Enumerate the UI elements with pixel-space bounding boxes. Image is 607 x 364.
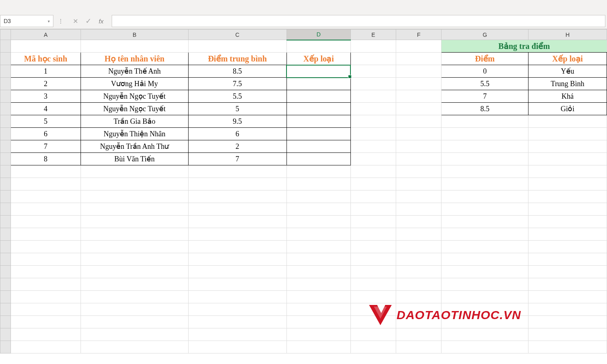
cell[interactable] <box>441 266 528 278</box>
cell[interactable] <box>188 190 287 203</box>
row-header[interactable] <box>0 65 11 78</box>
cell[interactable] <box>441 190 528 203</box>
row-header[interactable] <box>0 216 11 228</box>
select-all-corner[interactable] <box>0 30 11 40</box>
col-header-D[interactable]: D <box>287 30 350 40</box>
cell[interactable] <box>188 241 287 253</box>
cell[interactable] <box>287 278 350 291</box>
cell-name[interactable]: Nguyễn Thiện Nhân <box>81 128 188 140</box>
cell[interactable] <box>81 228 188 241</box>
col-header-B[interactable]: B <box>81 30 188 40</box>
row-header[interactable] <box>0 266 11 278</box>
col-header-E[interactable]: E <box>350 30 396 40</box>
cell-score[interactable]: 6 <box>188 128 287 140</box>
cell[interactable] <box>188 341 287 353</box>
row-header[interactable] <box>0 341 11 353</box>
cell[interactable] <box>528 216 607 228</box>
cell[interactable] <box>441 328 528 341</box>
lookup-rank[interactable]: Trung Bình <box>528 78 607 90</box>
cell[interactable] <box>350 303 396 316</box>
fx-icon[interactable]: fx <box>99 18 104 25</box>
cancel-icon[interactable]: ✕ <box>73 17 78 25</box>
cell[interactable] <box>528 190 607 203</box>
cell[interactable] <box>11 341 81 353</box>
row-header[interactable] <box>0 203 11 216</box>
lookup-rank[interactable]: Yếu <box>528 65 607 78</box>
cell-score[interactable]: 5.5 <box>188 90 287 103</box>
cell[interactable] <box>11 165 81 178</box>
row-header[interactable] <box>0 303 11 316</box>
cell[interactable] <box>287 253 350 266</box>
cell[interactable] <box>188 303 287 316</box>
cell[interactable] <box>528 341 607 353</box>
cell[interactable] <box>396 65 441 78</box>
cell-id[interactable]: 2 <box>11 78 81 90</box>
cell[interactable] <box>441 178 528 190</box>
chevron-down-icon[interactable]: ▾ <box>48 19 50 23</box>
header-ma-hoc-sinh[interactable]: Mã học sinh <box>11 53 81 65</box>
cell[interactable] <box>81 165 188 178</box>
cell[interactable] <box>396 266 441 278</box>
cell[interactable] <box>350 291 396 303</box>
col-header-C[interactable]: C <box>188 30 287 40</box>
cell[interactable] <box>396 341 441 353</box>
cell[interactable] <box>11 178 81 190</box>
cell[interactable] <box>11 228 81 241</box>
cell[interactable] <box>287 341 350 353</box>
cell[interactable] <box>350 253 396 266</box>
header-diem-tb[interactable]: Điểm trung bình <box>188 53 287 65</box>
cell[interactable] <box>81 291 188 303</box>
cell-id[interactable]: 5 <box>11 115 81 128</box>
cell[interactable] <box>350 241 396 253</box>
cell[interactable] <box>528 178 607 190</box>
cell-score[interactable]: 8.5 <box>188 65 287 78</box>
cell[interactable] <box>287 190 350 203</box>
cell[interactable] <box>396 303 441 316</box>
cell[interactable] <box>350 78 396 90</box>
cell[interactable] <box>528 203 607 216</box>
cell-name[interactable]: Nguyễn Ngọc Tuyết <box>81 90 188 103</box>
cell[interactable] <box>528 128 607 140</box>
row-header[interactable] <box>0 190 11 203</box>
cell-rank[interactable] <box>287 90 350 103</box>
cell[interactable] <box>188 328 287 341</box>
header-xep-loai[interactable]: Xếp loại <box>287 53 350 65</box>
cell[interactable] <box>11 266 81 278</box>
cell[interactable] <box>81 178 188 190</box>
cell[interactable] <box>396 78 441 90</box>
cell[interactable] <box>528 115 607 128</box>
cell[interactable] <box>11 278 81 291</box>
cell-score[interactable]: 7 <box>188 153 287 165</box>
cell[interactable] <box>81 266 188 278</box>
cell[interactable] <box>287 316 350 328</box>
cell[interactable] <box>350 216 396 228</box>
row-header[interactable] <box>0 115 11 128</box>
cell[interactable] <box>350 153 396 165</box>
cell[interactable] <box>350 228 396 241</box>
cell[interactable] <box>11 241 81 253</box>
cell[interactable] <box>287 165 350 178</box>
cell[interactable] <box>396 253 441 266</box>
cell-rank[interactable] <box>287 103 350 115</box>
cell[interactable] <box>350 278 396 291</box>
cell[interactable] <box>441 216 528 228</box>
header-ho-ten[interactable]: Họ tên nhân viên <box>81 53 188 65</box>
cell-score[interactable]: 7.5 <box>188 78 287 90</box>
cell[interactable] <box>81 328 188 341</box>
cell[interactable] <box>350 40 396 53</box>
cell[interactable] <box>396 128 441 140</box>
cell[interactable] <box>350 178 396 190</box>
row-header[interactable] <box>0 178 11 190</box>
cell[interactable] <box>188 228 287 241</box>
cell-name[interactable]: Nguyễn Thế Anh <box>81 65 188 78</box>
cell-name[interactable]: Trần Gia Bảo <box>81 115 188 128</box>
cell-name[interactable]: Nguyễn Trần Anh Thư <box>81 140 188 153</box>
cell[interactable] <box>528 228 607 241</box>
formula-input[interactable] <box>112 15 605 27</box>
cell[interactable] <box>441 115 528 128</box>
lookup-score[interactable]: 0 <box>441 65 528 78</box>
cell[interactable] <box>350 65 396 78</box>
cell[interactable] <box>441 165 528 178</box>
cell[interactable] <box>396 316 441 328</box>
cell[interactable] <box>350 341 396 353</box>
